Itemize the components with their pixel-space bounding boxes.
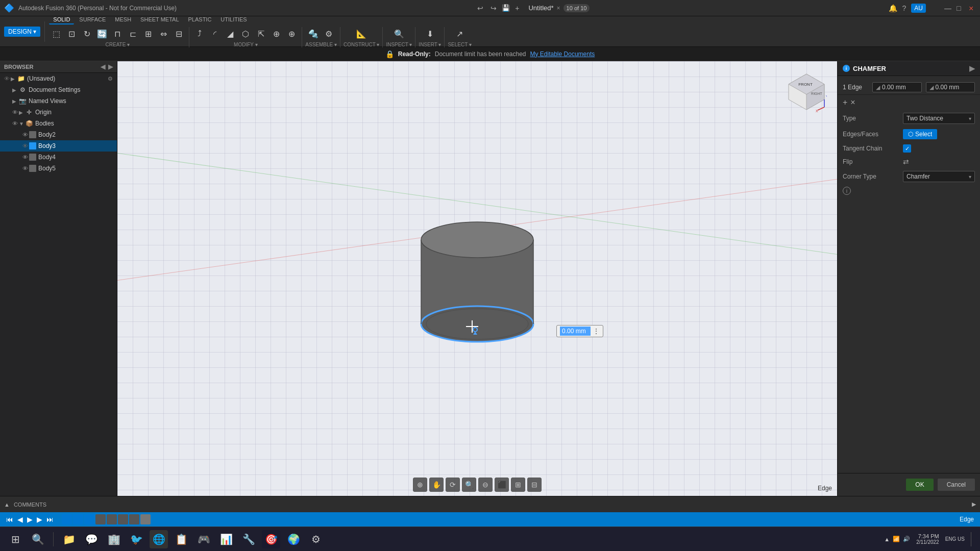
- sidebar-item-body5[interactable]: 👁 Body5: [0, 163, 117, 174]
- taskbar-earth[interactable]: 🌍: [284, 530, 303, 548]
- ok-button[interactable]: OK: [906, 479, 933, 491]
- input-popup-menu[interactable]: ⋮: [593, 327, 600, 335]
- sidebar-item-named-views[interactable]: ▶ 📷 Named Views: [0, 95, 117, 107]
- taskbar-game[interactable]: 🎮: [194, 530, 213, 548]
- loft-icon[interactable]: ⊓: [110, 27, 125, 41]
- settings-icon[interactable]: ⚙: [108, 76, 113, 82]
- show-desktop-button[interactable]: [971, 532, 974, 546]
- timeline-block-3[interactable]: [84, 514, 94, 524]
- sidebar-item-body2[interactable]: 👁 Body2: [0, 129, 117, 140]
- sidebar-item-bodies[interactable]: 👁 ▼ 📦 Bodies: [0, 118, 117, 129]
- timeline-prev-button[interactable]: ◀: [17, 515, 23, 523]
- editable-documents-link[interactable]: My Editable Documents: [530, 51, 595, 58]
- select-button[interactable]: ⬡ Select: [903, 129, 937, 139]
- taskbar-browser[interactable]: 🌐: [150, 530, 168, 548]
- eye-icon[interactable]: 👁: [22, 143, 28, 149]
- dist1-input-container[interactable]: ◢: [872, 82, 922, 92]
- inspect-icon[interactable]: 🔍: [392, 27, 406, 41]
- start-button[interactable]: ⊞: [6, 530, 24, 548]
- add-row-button[interactable]: +: [843, 98, 847, 107]
- fit-view-button[interactable]: ⊕: [413, 478, 427, 492]
- eye-icon[interactable]: 👁: [4, 76, 10, 82]
- tab-close-icon[interactable]: ×: [557, 5, 560, 12]
- insert-icon[interactable]: ⬇: [423, 27, 437, 41]
- eye-icon[interactable]: 👁: [12, 109, 18, 115]
- modify-more-icon[interactable]: ⊕: [284, 27, 299, 41]
- timeline-first-button[interactable]: ⏮: [6, 515, 13, 523]
- orbit-button[interactable]: ⟳: [446, 478, 460, 492]
- panel-collapse-button[interactable]: ▶: [969, 64, 975, 72]
- dimension-input[interactable]: [560, 327, 591, 336]
- timeline-block-6[interactable]: [118, 514, 128, 524]
- combine-icon[interactable]: ⊕: [269, 27, 283, 41]
- sidebar-item-body3[interactable]: 👁 Body3: [0, 140, 117, 152]
- remove-row-button[interactable]: ×: [850, 98, 855, 107]
- sidebar-collapse-icon[interactable]: ◀: [101, 63, 105, 70]
- sidebar-item-body4[interactable]: 👁 Body4: [0, 152, 117, 163]
- nav-cube[interactable]: FRONT RIGHT Y X: [786, 71, 827, 112]
- close-button[interactable]: ×: [969, 5, 976, 12]
- flip-button[interactable]: ⇄: [903, 158, 909, 166]
- sidebar-item-unsaved[interactable]: 👁 ▶ 📁 (Unsaved) ⚙: [0, 73, 117, 84]
- eye-icon[interactable]: 👁: [22, 132, 28, 138]
- sidebar-item-document-settings[interactable]: ▶ ⚙ Document Settings: [0, 84, 117, 95]
- tab-surface[interactable]: SURFACE: [75, 15, 110, 24]
- sidebar-item-origin[interactable]: 👁 ▶ ✛ Origin: [0, 107, 117, 118]
- eye-icon[interactable]: 👁: [22, 165, 28, 171]
- taskbar-file-manager[interactable]: 📁: [60, 530, 78, 548]
- help-icon[interactable]: ?: [902, 4, 906, 12]
- undo-button[interactable]: ↩: [475, 3, 485, 13]
- timeline-block-5[interactable]: [107, 514, 117, 524]
- tray-volume-icon[interactable]: 🔊: [903, 536, 910, 542]
- eye-icon[interactable]: 👁: [12, 120, 18, 127]
- taskbar-twitter[interactable]: 🐦: [127, 530, 145, 548]
- web-icon[interactable]: ⊞: [141, 27, 155, 41]
- tray-arrow-up[interactable]: ▲: [884, 536, 890, 542]
- taskbar-office[interactable]: 🏢: [105, 530, 123, 548]
- clock-widget[interactable]: 7:34 PM 2/11/2022: [916, 533, 939, 545]
- timeline-block-1[interactable]: [62, 514, 72, 524]
- timeline-block-8[interactable]: [140, 514, 151, 524]
- taskbar-settings[interactable]: 🔧: [239, 530, 258, 548]
- timeline-next-button[interactable]: ▶: [37, 515, 42, 523]
- zoom-out-button[interactable]: ⊖: [478, 478, 493, 492]
- grid-options-button[interactable]: ⊟: [527, 478, 542, 492]
- tab-utilities[interactable]: UTILITIES: [216, 15, 251, 24]
- timeline-block-7[interactable]: [129, 514, 139, 524]
- tab-plastic[interactable]: PLASTIC: [184, 15, 216, 24]
- construct-icon[interactable]: 📐: [354, 27, 369, 41]
- new-tab-button[interactable]: +: [513, 3, 521, 13]
- taskbar-fusion[interactable]: 🎯: [262, 530, 280, 548]
- timeline-play-button[interactable]: ▶: [27, 515, 33, 523]
- mirror-icon[interactable]: ⇔: [156, 27, 170, 41]
- dist2-input-container[interactable]: ◢: [926, 82, 975, 92]
- press-pull-icon[interactable]: ⤴: [192, 27, 207, 41]
- user-avatar[interactable]: AU: [911, 4, 926, 13]
- comments-expand-icon[interactable]: ▶: [972, 501, 976, 508]
- search-button[interactable]: 🔍: [29, 530, 47, 548]
- extrude-icon[interactable]: ⊡: [64, 27, 79, 41]
- tab-sheet-metal[interactable]: SHEET METAL: [136, 15, 183, 24]
- maximize-button[interactable]: □: [957, 5, 964, 12]
- viewport[interactable]: ⋮ FRONT RIGHT Y X ⊕ ✋ ⟳ 🔍 ⊖: [117, 61, 837, 496]
- rib-icon[interactable]: ⊏: [126, 27, 140, 41]
- taskbar-gear[interactable]: ⚙: [307, 530, 325, 548]
- assemble-icon[interactable]: 🔩: [306, 27, 321, 41]
- timeline-last-button[interactable]: ⏭: [46, 515, 54, 523]
- select-icon[interactable]: ↗: [453, 27, 467, 41]
- cancel-button[interactable]: Cancel: [938, 479, 975, 491]
- info-icon[interactable]: i: [843, 187, 851, 195]
- chamfer-icon[interactable]: ◢: [223, 27, 237, 41]
- view-options-button[interactable]: ⊞: [511, 478, 525, 492]
- timeline-block-2[interactable]: [73, 514, 83, 524]
- design-workspace-button[interactable]: DESIGN ▾: [4, 27, 40, 37]
- taskbar-chat[interactable]: 💬: [82, 530, 101, 548]
- notification-icon[interactable]: 🔔: [889, 4, 897, 12]
- revolve-icon[interactable]: ↻: [80, 27, 94, 41]
- redo-button[interactable]: ↪: [488, 3, 499, 13]
- dist2-input[interactable]: [936, 84, 964, 91]
- tab-solid[interactable]: SOLID: [49, 15, 74, 24]
- tangent-chain-checkbox[interactable]: ✓: [903, 144, 911, 153]
- sweep-icon[interactable]: 🔄: [95, 27, 109, 41]
- display-settings-button[interactable]: ⬛: [495, 478, 509, 492]
